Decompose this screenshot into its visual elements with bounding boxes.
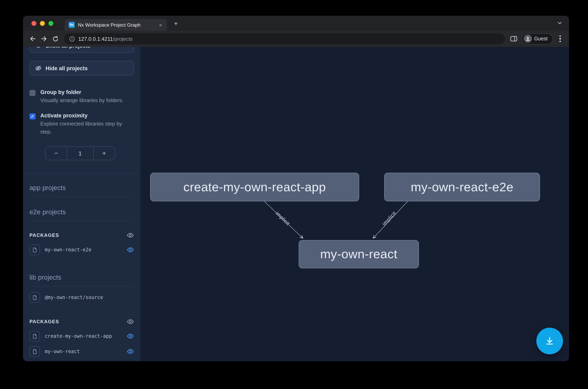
url-host: 127.0.0.1:4211 — [78, 36, 113, 42]
project-list-item[interactable]: my-own-react — [30, 346, 134, 357]
tab-search-chevron-icon[interactable] — [557, 20, 563, 28]
nx-favicon-icon: Nx — [69, 22, 75, 28]
project-name: my-own-react-e2e — [45, 247, 122, 253]
download-icon — [544, 336, 555, 346]
profile-chip[interactable]: Guest — [522, 33, 553, 44]
graph-node-my-own-react-e2e[interactable]: my-own-react-e2e — [384, 173, 540, 201]
hide-all-projects-button[interactable]: Hide all projects — [30, 61, 134, 75]
group-by-folder-label: Group by folder — [40, 89, 123, 95]
browser-window: Nx Nx Workspace Project Graph × + — [23, 16, 569, 361]
graph-node-create-my-own-react-app[interactable]: create-my-own-react-app — [150, 173, 359, 201]
back-button[interactable] — [27, 33, 38, 44]
activate-proximity-checkbox[interactable]: ✓ — [30, 113, 35, 119]
project-doc-icon — [30, 346, 40, 357]
tab-title: Nx Workspace Project Graph — [78, 22, 155, 28]
packages-label: PACKAGES — [30, 319, 59, 324]
proximity-value: 1 — [66, 147, 94, 160]
graph-edges: implicit implicit — [140, 47, 569, 361]
url-text: 127.0.0.1:4211/projects — [78, 36, 133, 42]
window-minimize-button[interactable] — [40, 21, 45, 26]
activate-proximity-label: Activate proximity — [40, 113, 134, 119]
project-visibility-eye-icon[interactable] — [127, 332, 134, 340]
window-zoom-button[interactable] — [48, 21, 53, 26]
packages-header-e2e: PACKAGES — [30, 232, 134, 239]
window-close-button[interactable] — [32, 21, 36, 26]
packages-label: PACKAGES — [30, 232, 59, 238]
activate-proximity-description: Explore connected libraries step by step… — [40, 120, 134, 136]
project-list-item[interactable]: @my-own-react/source — [30, 292, 134, 303]
lib-projects-heading: lib projects — [30, 274, 134, 287]
url-path: /projects — [113, 36, 133, 42]
graph-node-my-own-react[interactable]: my-own-react — [299, 240, 419, 268]
project-doc-icon — [30, 331, 40, 341]
project-doc-icon — [30, 245, 40, 255]
project-name: @my-own-react/source — [45, 294, 134, 300]
edge-line — [264, 201, 303, 238]
forward-button[interactable] — [38, 33, 50, 44]
avatar-icon — [524, 35, 532, 43]
proximity-stepper: − 1 + — [45, 146, 115, 160]
browser-tab[interactable]: Nx Nx Workspace Project Graph × — [65, 19, 167, 31]
project-name: my-own-react — [45, 349, 122, 354]
sidebar-divider — [23, 173, 140, 173]
partial-button-clip: Show all projects — [30, 47, 134, 53]
profile-name: Guest — [534, 36, 548, 42]
toggle-section-visibility-eye-icon[interactable] — [127, 232, 134, 239]
download-graph-button[interactable] — [536, 328, 563, 354]
browser-menu-icon[interactable] — [555, 33, 565, 44]
project-list-item[interactable]: create-my-own-react-app — [30, 331, 134, 341]
edge-implicit-label: implicit — [275, 210, 291, 226]
proximity-decrement-button[interactable]: − — [46, 147, 66, 160]
traffic-lights — [32, 21, 53, 26]
site-info-icon[interactable] — [69, 36, 75, 42]
toggle-section-visibility-eye-icon[interactable] — [127, 318, 134, 325]
tab-close-icon[interactable]: × — [158, 21, 163, 29]
eye-off-icon — [35, 65, 42, 71]
proximity-increment-button[interactable]: + — [94, 147, 115, 160]
group-by-folder-row: Group by folder Visually arrange librari… — [30, 89, 134, 104]
project-list-item[interactable]: my-own-react-e2e — [30, 245, 134, 255]
sidebar: Show all projects Hide all projects Grou… — [23, 47, 140, 361]
e2e-projects-heading: e2e projects — [30, 208, 134, 221]
side-panel-icon[interactable] — [508, 33, 519, 44]
new-tab-button[interactable]: + — [171, 19, 180, 28]
activate-proximity-row: ✓ Activate proximity Explore connected l… — [30, 113, 134, 136]
edge-implicit-label: implicit — [381, 210, 397, 227]
app-projects-heading: app projects — [30, 184, 134, 197]
refresh-button[interactable] — [50, 33, 61, 44]
tab-strip: Nx Nx Workspace Project Graph × + — [23, 16, 569, 31]
graph-canvas[interactable]: implicit implicit create-my-own-react-ap… — [140, 47, 569, 361]
project-doc-icon — [30, 292, 40, 303]
page-content: Show all projects Hide all projects Grou… — [23, 47, 569, 361]
packages-header-lib: PACKAGES — [30, 318, 134, 325]
address-bar[interactable]: 127.0.0.1:4211/projects — [64, 33, 505, 44]
project-visibility-eye-icon[interactable] — [127, 246, 134, 253]
project-name: create-my-own-react-app — [45, 333, 122, 339]
show-all-projects-button[interactable]: Show all projects — [30, 47, 134, 53]
eye-icon — [35, 47, 42, 49]
group-by-folder-checkbox[interactable] — [30, 90, 35, 96]
hide-all-projects-label: Hide all projects — [46, 65, 88, 71]
desktop-background: Nx Nx Workspace Project Graph × + — [0, 0, 588, 389]
project-visibility-eye-icon[interactable] — [127, 348, 134, 355]
browser-toolbar: 127.0.0.1:4211/projects Guest — [23, 31, 569, 47]
group-by-folder-description: Visually arrange libraries by folders. — [40, 97, 123, 104]
edge-line — [373, 201, 408, 238]
show-all-projects-label: Show all projects — [46, 47, 90, 49]
